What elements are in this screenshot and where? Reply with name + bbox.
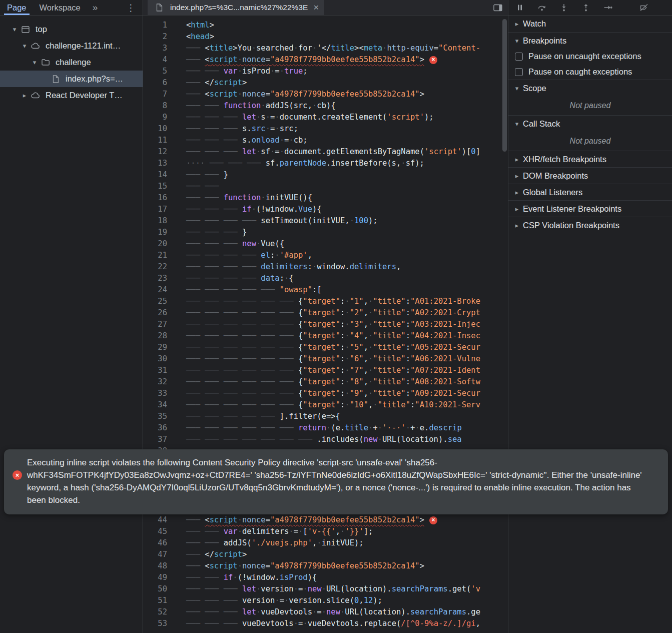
step-out-button[interactable] bbox=[581, 4, 590, 12]
line-number[interactable]: 33 bbox=[143, 388, 172, 399]
line-number[interactable]: 15 bbox=[143, 181, 172, 192]
code-text[interactable]: ─── ─── ─── ─── el:·'#app', bbox=[172, 250, 312, 261]
code-text[interactable]: ─── ─── ─── ─── ─── ─── {"target":·"1",·… bbox=[172, 296, 480, 307]
code-text[interactable]: ─── ─── ─── version·=·version.slice(0,12… bbox=[172, 595, 382, 606]
code-text[interactable]: ─── <script·nonce="a4978f7799bb0eefee55b… bbox=[172, 54, 424, 66]
script-blocked-error-icon[interactable]: × bbox=[429, 56, 437, 64]
line-number[interactable]: 14 bbox=[143, 169, 172, 181]
line-number[interactable]: 52 bbox=[143, 606, 172, 618]
breakpoint-option[interactable]: Pause on caught exceptions bbox=[508, 64, 672, 80]
line-number[interactable]: 34 bbox=[143, 399, 172, 411]
code-text[interactable]: ─── ─── ─── ─── ─── ─── {"target":·"10",… bbox=[172, 399, 480, 411]
line-number[interactable]: 2 bbox=[143, 31, 172, 43]
scrollbar-thumb[interactable] bbox=[502, 19, 507, 152]
code-text[interactable]: ─── ─── ─── new·Vue({ bbox=[172, 238, 284, 250]
line-number[interactable]: 1 bbox=[143, 20, 172, 31]
code-text[interactable]: ─── <title>You·searched·for·'</title><me… bbox=[172, 43, 480, 54]
code-text[interactable]: ─── ─── ─── ─── ─── "owasp":[ bbox=[172, 284, 322, 296]
code-text[interactable]: ─── ─── ─── ─── setTimeout(initVUE,·100)… bbox=[172, 215, 378, 227]
step-button[interactable] bbox=[603, 4, 612, 12]
code-text[interactable]: <head> bbox=[172, 31, 214, 43]
line-number[interactable]: 6 bbox=[143, 77, 172, 89]
code-text[interactable]: ─── ─── ─── ─── delimiters:·window.delim… bbox=[172, 261, 401, 273]
code-text[interactable]: ─── ─── ─── ─── ─── ].filter(e=>{ bbox=[172, 411, 340, 422]
line-number[interactable]: 10 bbox=[143, 123, 172, 135]
code-text[interactable]: ─── ─── ─── s.src·=·src; bbox=[172, 123, 298, 135]
line-number[interactable]: 44 bbox=[143, 514, 172, 526]
line-number[interactable]: 27 bbox=[143, 319, 172, 330]
section-watch[interactable]: ▸Watch bbox=[508, 16, 672, 32]
code-text[interactable]: ─── ─── bbox=[172, 181, 224, 192]
chevron-down-icon[interactable]: ▾ bbox=[20, 42, 29, 50]
line-number[interactable]: 9 bbox=[143, 112, 172, 123]
code-text[interactable]: ─── <script·nonce="a4978f7799bb0eefee55b… bbox=[172, 89, 424, 100]
step-over-button[interactable] bbox=[537, 4, 546, 12]
breakpoint-option[interactable]: Pause on uncaught exceptions bbox=[508, 49, 672, 64]
code-text[interactable]: ─── ─── addJS('./vuejs.php',·initVUE); bbox=[172, 537, 364, 549]
checkbox-unchecked[interactable] bbox=[515, 68, 523, 76]
line-number[interactable]: 37 bbox=[143, 434, 172, 445]
deactivate-breakpoints-button[interactable] bbox=[639, 4, 648, 12]
more-tabs-icon[interactable]: » bbox=[91, 0, 100, 15]
code-text[interactable]: ─── ─── ─── let·s·=·document.createEleme… bbox=[172, 112, 434, 123]
code-text[interactable]: ─── ─── ─── if·(!window.Vue){ bbox=[172, 204, 322, 215]
pause-button[interactable] bbox=[515, 4, 524, 12]
code-text[interactable]: ─── ─── ─── let·sf·=·document.getElement… bbox=[172, 146, 480, 158]
tree-item[interactable]: ▾top bbox=[0, 21, 143, 38]
section-global-listeners[interactable]: ▸Global Listeners bbox=[508, 184, 672, 200]
line-number[interactable]: 26 bbox=[143, 307, 172, 319]
chevron-right-icon[interactable]: ▸ bbox=[20, 92, 29, 99]
line-number[interactable]: 53 bbox=[143, 618, 172, 629]
line-number[interactable]: 49 bbox=[143, 572, 172, 583]
code-text[interactable]: ─── ─── } bbox=[172, 169, 228, 181]
line-number[interactable]: 48 bbox=[143, 560, 172, 572]
close-icon[interactable]: × bbox=[313, 2, 319, 13]
line-number[interactable]: 5 bbox=[143, 66, 172, 77]
code-text[interactable]: ─── ─── ─── ─── ─── ─── ─── .includes(ne… bbox=[172, 434, 462, 445]
toggle-debugger-sidebar-button[interactable] bbox=[488, 0, 508, 15]
code-text[interactable]: ···· ─── ─── ─── sf.parentNode.insertBef… bbox=[172, 158, 424, 169]
line-number[interactable]: 13 bbox=[143, 158, 172, 169]
code-text[interactable]: ─── <script·nonce="a4978f7799bb0eefee55b… bbox=[172, 514, 424, 526]
section-csp-violation-breakpoints[interactable]: ▸CSP Violation Breakpoints bbox=[508, 217, 672, 233]
code-text[interactable]: ─── ─── function·addJS(src,·cb){ bbox=[172, 100, 336, 112]
code-text[interactable]: ─── ─── ─── ─── ─── ─── {"target":·"5",·… bbox=[172, 342, 480, 353]
section-breakpoints[interactable]: ▾Breakpoints bbox=[508, 32, 672, 49]
code-text[interactable]: ─── ─── ─── let·version·=·new·URL(locati… bbox=[172, 583, 480, 595]
tree-item[interactable]: ▾challenge bbox=[0, 54, 143, 71]
line-number[interactable]: 22 bbox=[143, 261, 172, 273]
code-text[interactable]: ─── ─── ─── ─── data:·{ bbox=[172, 273, 294, 284]
line-number[interactable]: 32 bbox=[143, 376, 172, 388]
line-number[interactable]: 36 bbox=[143, 422, 172, 434]
line-number[interactable]: 19 bbox=[143, 227, 172, 238]
script-blocked-error-icon[interactable]: × bbox=[429, 516, 437, 524]
line-number[interactable]: 35 bbox=[143, 411, 172, 422]
code-text[interactable]: ─── ─── function·initVUE(){ bbox=[172, 192, 312, 204]
line-number[interactable]: 17 bbox=[143, 204, 172, 215]
line-number[interactable]: 16 bbox=[143, 192, 172, 204]
code-text[interactable]: ─── ─── ─── ─── ─── ─── {"target":·"4",·… bbox=[172, 330, 480, 342]
tab-page[interactable]: Page bbox=[4, 0, 30, 15]
code-text[interactable]: ─── ─── var·isProd·=·true; bbox=[172, 66, 308, 77]
line-number[interactable]: 11 bbox=[143, 135, 172, 146]
code-text[interactable]: ─── ─── ─── let·vueDevtools·=·new·URL(lo… bbox=[172, 606, 480, 618]
line-number[interactable]: 47 bbox=[143, 549, 172, 560]
code-text[interactable]: ─── ─── ─── ─── ─── ─── {"target":·"9",·… bbox=[172, 388, 480, 399]
code-text[interactable]: ─── ─── ─── s.onload·=·cb; bbox=[172, 135, 308, 146]
line-number[interactable]: 4 bbox=[143, 54, 172, 66]
code-editor[interactable]: 1<html>2<head>3─── <title>You·searched·f… bbox=[143, 16, 508, 633]
code-text[interactable]: ─── ─── ─── ─── ─── ─── {"target":·"6",·… bbox=[172, 353, 480, 365]
tab-workspace[interactable]: Workspace bbox=[37, 0, 84, 15]
editor-tab[interactable]: index.php?s=%3C...namic%27%22%3E × bbox=[148, 0, 324, 15]
line-number[interactable]: 21 bbox=[143, 250, 172, 261]
line-number[interactable]: 8 bbox=[143, 100, 172, 112]
line-number[interactable]: 24 bbox=[143, 284, 172, 296]
code-text[interactable]: ─── ─── ─── vueDevtools·=·vueDevtools.re… bbox=[172, 618, 480, 629]
code-text[interactable]: ─── </script> bbox=[172, 77, 247, 89]
tree-item[interactable]: ▾challenge-1121.int… bbox=[0, 38, 143, 54]
tree-item[interactable]: index.php?s=… bbox=[0, 71, 143, 87]
code-text[interactable]: ─── ─── ─── ─── ─── ─── return·(e.title·… bbox=[172, 422, 462, 434]
line-number[interactable]: 46 bbox=[143, 537, 172, 549]
section-scope[interactable]: ▾Scope bbox=[508, 80, 672, 96]
step-into-button[interactable] bbox=[559, 4, 568, 12]
